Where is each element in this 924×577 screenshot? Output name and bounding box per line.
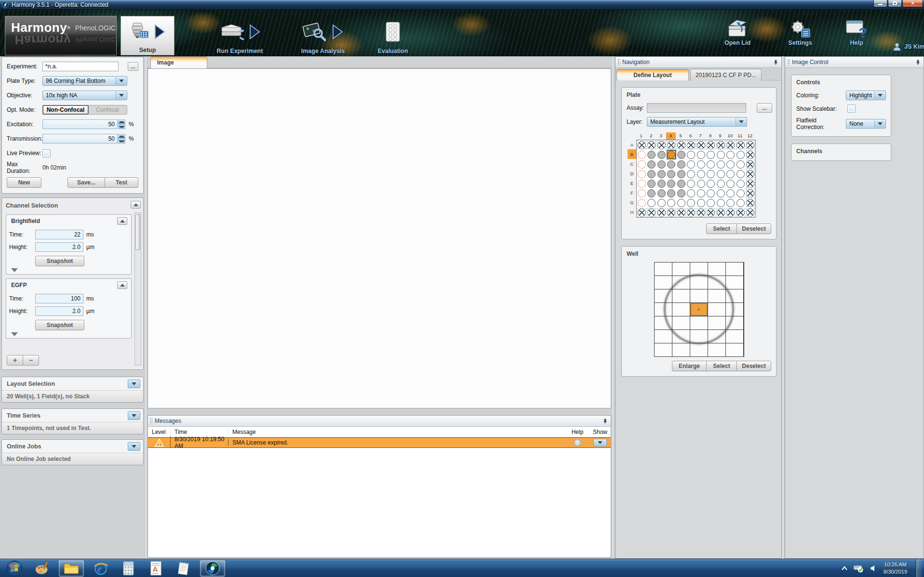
objective-dropdown[interactable]: 10x high NA (42, 91, 127, 100)
excitation-input[interactable]: 50 (42, 119, 118, 129)
splitter-center-right[interactable] (611, 56, 615, 559)
plate-well-H10[interactable] (726, 208, 736, 217)
help-button[interactable]: ? Help (841, 18, 872, 46)
plate-row-label-H[interactable]: H (628, 207, 636, 217)
plate-select-button[interactable]: Select (706, 223, 737, 234)
snapshot-button[interactable]: Snapshot (35, 320, 84, 330)
chevron-down-icon[interactable] (874, 92, 885, 99)
plate-well-G6[interactable] (686, 198, 696, 208)
taskbar-calculator[interactable] (118, 560, 139, 577)
chevron-down-icon[interactable] (736, 118, 746, 126)
expand-button[interactable] (128, 411, 140, 420)
well-field-cell[interactable] (655, 343, 672, 356)
expand-arrow-icon[interactable] (11, 268, 18, 272)
plate-well-C1[interactable] (637, 159, 647, 169)
excitation-stepper[interactable] (118, 119, 125, 129)
plate-well-E3[interactable] (656, 179, 667, 188)
plate-well-H2[interactable] (647, 208, 657, 217)
chevron-down-icon[interactable] (116, 92, 126, 99)
plate-col-label-5[interactable]: 5 (676, 132, 686, 140)
plate-well-E7[interactable] (696, 179, 706, 188)
plate-well-E9[interactable] (716, 179, 726, 188)
coloring-dropdown[interactable]: Highlight (846, 91, 886, 100)
plate-well-A5[interactable] (676, 140, 686, 150)
experiment-browse-button[interactable]: ... (128, 62, 138, 71)
plate-well-A9[interactable] (716, 140, 726, 150)
plate-well-F9[interactable] (716, 188, 726, 198)
plate-well-D9[interactable] (716, 169, 726, 179)
plate-well-A6[interactable] (686, 140, 696, 150)
plate-well-C7[interactable] (696, 159, 706, 169)
opt-mode-nonconfocal[interactable]: Non-Confocal (42, 105, 89, 115)
well-field-cell[interactable] (690, 262, 708, 275)
plate-well-B5[interactable] (676, 150, 686, 159)
channel-scrollbar[interactable] (134, 212, 141, 366)
well-field-cell[interactable] (655, 276, 672, 289)
maximize-button[interactable] (888, 0, 902, 7)
plate-well-E1[interactable] (637, 179, 647, 188)
plate-well-F8[interactable] (706, 188, 716, 198)
plate-well-B8[interactable] (706, 150, 716, 159)
collapse-button[interactable] (117, 217, 127, 225)
plate-well-A2[interactable] (647, 140, 657, 150)
plate-well-B10[interactable] (726, 150, 736, 159)
plate-well-H8[interactable] (706, 208, 716, 217)
column-message[interactable]: Message (228, 429, 565, 435)
plate-well-B11[interactable] (736, 150, 746, 159)
plate-row-label-C[interactable]: C (628, 159, 636, 169)
volume-icon[interactable] (870, 564, 878, 572)
plate-well-E10[interactable] (726, 179, 736, 188)
add-channel-button[interactable]: + (7, 355, 23, 366)
plate-well-C11[interactable] (736, 159, 746, 169)
column-time[interactable]: Time (170, 429, 228, 435)
plate-well-D4[interactable] (667, 169, 677, 179)
nav-setup-button[interactable]: Setup (121, 16, 174, 55)
plate-col-label-8[interactable]: 8 (706, 132, 716, 140)
show-message-button[interactable] (593, 439, 607, 446)
plate-well-C9[interactable] (716, 159, 726, 169)
taskbar-harmony[interactable] (200, 560, 225, 577)
assay-input[interactable] (647, 103, 746, 113)
plate-row-label-D[interactable]: D (628, 169, 636, 178)
pin-icon[interactable] (603, 418, 608, 424)
plate-well-A12[interactable] (746, 140, 756, 150)
plate-well-G5[interactable] (676, 198, 686, 208)
plate-col-label-7[interactable]: 7 (696, 132, 706, 140)
hardware-safely-remove-icon[interactable] (853, 564, 864, 573)
nav-image-analysis-button[interactable]: Image Analysis (287, 16, 359, 63)
plate-well-E11[interactable] (736, 179, 746, 188)
plate-well-D5[interactable] (676, 169, 686, 179)
plate-well-C6[interactable] (686, 159, 696, 169)
message-row[interactable]: 8/30/2019 10:19:50 AM SMA License expire… (148, 437, 611, 448)
plate-well-A4[interactable] (667, 140, 677, 150)
plate-well-D3[interactable] (656, 169, 667, 179)
well-field-cell[interactable] (672, 343, 690, 356)
help-circle-icon[interactable]: ? (574, 439, 581, 446)
plate-well-H3[interactable] (656, 208, 667, 217)
plate-well-C5[interactable] (676, 159, 686, 169)
show-desktop-button[interactable] (916, 559, 922, 577)
plate-well-F5[interactable] (676, 188, 686, 198)
well-field-cell[interactable] (672, 262, 690, 275)
height-input[interactable]: 2.0 (35, 242, 83, 252)
plate-well-C3[interactable] (656, 159, 667, 169)
well-field-cell[interactable] (708, 343, 725, 356)
plate-well-C2[interactable] (647, 159, 657, 169)
plate-well-G3[interactable] (656, 198, 667, 208)
well-field-cell[interactable] (690, 343, 708, 356)
remove-channel-button[interactable]: − (23, 355, 39, 366)
user-button[interactable]: JS Kim (893, 42, 924, 51)
taskbar-windows-explorer[interactable] (59, 560, 84, 577)
tray-expand-icon[interactable] (842, 566, 847, 571)
plate-well-C12[interactable] (746, 159, 756, 169)
new-button[interactable]: New (7, 177, 41, 188)
nav-run-experiment-button[interactable]: Run Experiment (200, 16, 280, 63)
time-input[interactable]: 22 (35, 230, 83, 239)
drag-grip[interactable] (617, 59, 620, 66)
taskbar-wordpad[interactable]: A (145, 560, 166, 577)
drag-grip[interactable] (787, 59, 790, 66)
plate-col-label-11[interactable]: 11 (735, 132, 745, 140)
plate-well-E2[interactable] (647, 179, 657, 188)
plate-row-label-G[interactable]: G (628, 197, 636, 207)
plate-well-A3[interactable] (656, 140, 667, 150)
